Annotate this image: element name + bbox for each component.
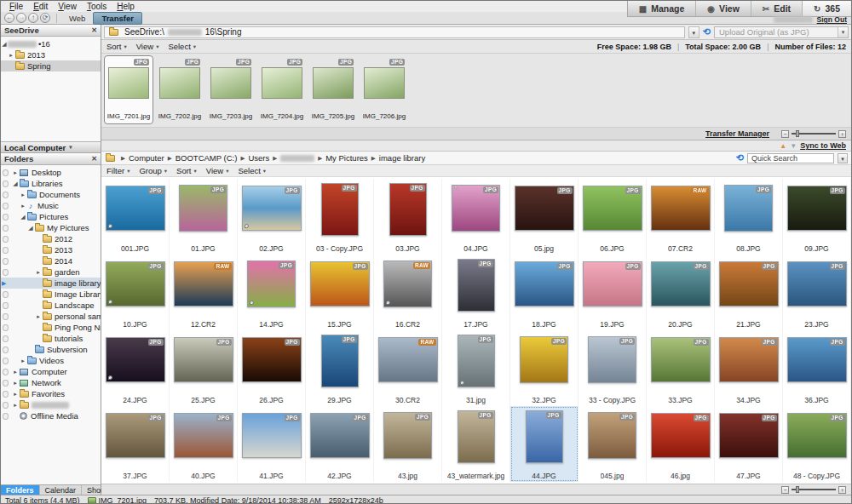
easy-select-icon[interactable] xyxy=(3,169,9,176)
download-arrow-icon[interactable]: ▼ xyxy=(790,142,797,150)
grid-item-31-jpg[interactable]: JPG 31.jpg xyxy=(442,330,510,406)
forward-button[interactable]: → xyxy=(16,13,26,23)
breadcrumb-item-bootcamp-c[interactable]: BOOTCAMP (C:) xyxy=(176,153,238,163)
grid-item-045-jpg[interactable]: JPG 045.jpg xyxy=(579,406,647,482)
close-icon[interactable]: ✕ xyxy=(91,26,97,34)
grid-item-26-jpg[interactable]: JPG 26.JPG xyxy=(238,330,306,406)
easy-select-icon[interactable] xyxy=(3,258,9,265)
grid-item-44-jpg[interactable]: JPG 44.JPG xyxy=(510,406,579,482)
sort-dropdown[interactable]: Sort▾ xyxy=(176,166,197,175)
folder-tree-item-videos[interactable]: ▸Videos xyxy=(1,355,101,366)
easy-select-icon[interactable] xyxy=(3,369,9,375)
tab-transfer[interactable]: Transfer xyxy=(93,12,142,25)
seedrive-file-img-7206-jpg[interactable]: JPG IMG_7206.jpg xyxy=(360,55,409,124)
easy-select-icon[interactable] xyxy=(3,324,9,331)
easy-select-icon[interactable] xyxy=(3,269,9,276)
seedrive-file-img-7204-jpg[interactable]: JPG IMG_7204.jpg xyxy=(257,55,307,124)
folder-tree-item-2014[interactable]: 2014 xyxy=(1,255,101,266)
folder-tree-item-garden[interactable]: ▸garden xyxy=(1,266,101,278)
local-computer-header[interactable]: Local Computer ▾ xyxy=(1,142,101,153)
folder-tree-item-network[interactable]: ▸Network xyxy=(1,377,101,388)
sync-refresh-icon[interactable]: ⟲ xyxy=(736,152,744,163)
grid-item-42-jpg[interactable]: JPG 42.JPG xyxy=(306,406,374,482)
zoom-slider[interactable]: − ＋ xyxy=(781,130,846,138)
easy-select-icon[interactable] xyxy=(3,225,9,232)
folder-tree-item-image-library[interactable]: ▶image library xyxy=(1,278,101,289)
grid-item-16-cr2[interactable]: RAW 16.CR2 xyxy=(374,255,442,330)
folder-tree-item-libraries[interactable]: ◢Libraries xyxy=(1,178,101,189)
easy-select-icon[interactable] xyxy=(3,402,9,409)
folder-tree-item-subversion[interactable]: Subversion xyxy=(1,344,101,355)
zoom-out-button[interactable]: − xyxy=(781,130,789,138)
mode-button-manage[interactable]: ▦Manage xyxy=(628,1,697,16)
seedrive-folder-spring[interactable]: Spring xyxy=(1,60,101,72)
grid-item-37-jpg[interactable]: JPG 37.JPG xyxy=(101,406,170,482)
grid-item-24-jpg[interactable]: JPG 24.JPG xyxy=(101,330,170,406)
grid-item-40-jpg[interactable]: JPG 40.JPG xyxy=(170,406,238,482)
zoom-out-button[interactable]: − xyxy=(781,486,789,494)
quick-search-dropdown[interactable]: ▾ xyxy=(838,153,848,163)
zoom-track[interactable] xyxy=(792,133,836,135)
grid-item-03-copy-jpg[interactable]: JPG 03 - Copy.JPG xyxy=(306,179,374,255)
grid-item-23-jpg[interactable]: JPG 23.JPG xyxy=(783,255,851,330)
menu-view[interactable]: View xyxy=(53,2,82,11)
mode-button-view[interactable]: ◉View xyxy=(696,1,751,16)
zoom-slider[interactable]: − ＋ xyxy=(781,486,846,494)
grid-item-12-cr2[interactable]: RAW 12.CR2 xyxy=(170,255,238,330)
easy-select-icon[interactable] xyxy=(3,380,9,387)
grid-item-10-jpg[interactable]: JPG 10.JPG xyxy=(101,255,170,330)
transfer-manager-link[interactable]: Transfer Manager xyxy=(705,129,769,138)
mode-button-365[interactable]: ↻365 xyxy=(803,1,851,16)
folder-tree-item-computer[interactable]: ▸Computer xyxy=(1,366,101,377)
folder-tree-item-redacted[interactable]: ▸ xyxy=(1,399,101,410)
menu-help[interactable]: Help xyxy=(112,2,140,11)
view-dropdown[interactable]: View▾ xyxy=(136,42,159,51)
easy-select-icon[interactable] xyxy=(3,302,9,309)
menu-file[interactable]: File xyxy=(4,2,28,11)
grid-item-34-jpg[interactable]: JPG 34.JPG xyxy=(715,330,783,406)
grid-item-20-jpg[interactable]: JPG 20.JPG xyxy=(647,255,715,330)
easy-select-icon[interactable] xyxy=(3,413,9,420)
grid-item-03-jpg[interactable]: JPG 03.JPG xyxy=(374,179,442,255)
upload-original-combo[interactable]: Upload Original (as JPG) ▾ xyxy=(714,26,849,38)
seedrive-file-img-7203-jpg[interactable]: JPG IMG_7203.jpg xyxy=(206,55,256,124)
folder-tree-item-my-pictures[interactable]: ◢My Pictures xyxy=(1,222,101,233)
tab-web[interactable]: Web xyxy=(61,13,93,24)
grid-item-43-jpg[interactable]: JPG 43.jpg xyxy=(374,406,442,482)
easy-select-icon[interactable] xyxy=(3,214,9,220)
seedrive-path[interactable]: SeeDrive:\16\Spring xyxy=(104,26,685,38)
grid-item-30-cr2[interactable]: RAW 30.CR2 xyxy=(374,330,442,406)
breadcrumb-item-image-library[interactable]: image library xyxy=(379,153,425,163)
grid-item-05-jpg[interactable]: JPG 05.jpg xyxy=(510,179,579,255)
easy-select-icon[interactable] xyxy=(3,291,9,298)
seedrive-file-img-7205-jpg[interactable]: JPG IMG_7205.jpg xyxy=(308,55,358,124)
grid-item-02-jpg[interactable]: JPG 02.JPG xyxy=(238,179,306,255)
easy-select-icon[interactable] xyxy=(3,236,9,243)
zoom-thumb[interactable] xyxy=(796,130,799,137)
grid-item-25-jpg[interactable]: JPG 25.JPG xyxy=(170,330,238,406)
seedrive-file-img-7202-jpg[interactable]: JPG IMG_7202.jpg xyxy=(155,55,204,124)
grid-item-48-copy-jpg[interactable]: JPG 48 - Copy.JPG xyxy=(783,406,851,482)
breadcrumb-item-computer[interactable]: Computer xyxy=(129,153,164,163)
easy-select-icon[interactable] xyxy=(3,313,9,320)
grid-item-06-jpg[interactable]: JPG 06.JPG xyxy=(579,179,647,255)
breadcrumb-item-redacted[interactable] xyxy=(280,153,314,163)
grid-item-01-jpg[interactable]: JPG 01.JPG xyxy=(170,179,238,255)
grid-item-09-jpg[interactable]: JPG 09.JPG xyxy=(783,179,851,255)
close-icon[interactable]: ✕ xyxy=(91,155,97,163)
up-button[interactable]: ↑ xyxy=(28,13,38,23)
grid-item-36-jpg[interactable]: JPG 36.JPG xyxy=(783,330,851,406)
seedrive-folder-2013[interactable]: ▸2013 xyxy=(1,49,101,60)
grid-item-43-watermark-jpg[interactable]: JPG 43_watermark.jpg xyxy=(442,406,510,482)
seedrive-file-img-7201-jpg[interactable]: JPG IMG_7201.jpg xyxy=(104,55,153,124)
zoom-track[interactable] xyxy=(792,489,836,490)
sync-refresh-icon[interactable]: ⟲ xyxy=(703,26,711,37)
grid-item-001-jpg[interactable]: JPG 001.JPG xyxy=(101,179,170,255)
grid-item-33-jpg[interactable]: JPG 33.JPG xyxy=(647,330,715,406)
grid-item-33-copy-jpg[interactable]: JPG 33 - Copy.JPG xyxy=(579,330,647,406)
grid-item-17-jpg[interactable]: JPG 17.JPG xyxy=(442,255,510,330)
group-dropdown[interactable]: Group▾ xyxy=(139,166,167,175)
easy-select-icon[interactable] xyxy=(3,203,9,209)
select-dropdown[interactable]: Select▾ xyxy=(238,166,266,175)
grid-item-08-jpg[interactable]: JPG 08.JPG xyxy=(715,179,783,255)
